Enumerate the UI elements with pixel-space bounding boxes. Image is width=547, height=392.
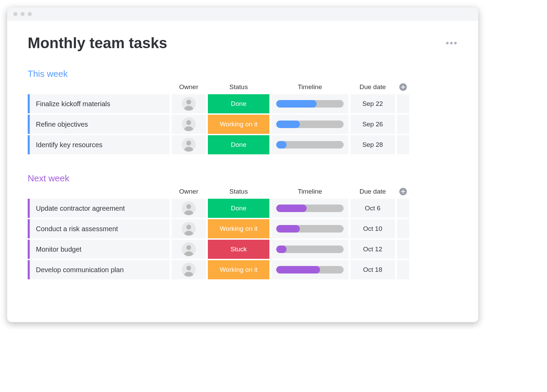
task-name: Identify key resources bbox=[36, 141, 103, 149]
avatar bbox=[182, 117, 196, 131]
owner-cell[interactable] bbox=[172, 115, 206, 134]
timeline-cell[interactable] bbox=[271, 199, 348, 218]
timeline-fill bbox=[276, 100, 317, 108]
due-date-cell[interactable]: Oct 10 bbox=[350, 219, 395, 238]
avatar bbox=[182, 242, 196, 256]
task-name-cell[interactable]: Monitor budget bbox=[28, 240, 170, 259]
extra-cell[interactable] bbox=[397, 219, 409, 238]
timeline-fill bbox=[276, 266, 320, 274]
owner-cell[interactable] bbox=[172, 240, 206, 259]
due-date-cell[interactable]: Sep 28 bbox=[350, 135, 395, 154]
more-options-button[interactable]: ••• bbox=[446, 38, 458, 48]
timeline-bar bbox=[276, 141, 344, 149]
extra-cell[interactable] bbox=[397, 115, 409, 134]
due-date: Sep 26 bbox=[362, 121, 383, 128]
add-column-button[interactable] bbox=[397, 81, 409, 93]
table-row[interactable]: Update contractor agreement Done Oct 6 bbox=[28, 199, 458, 218]
col-owner[interactable]: Owner bbox=[172, 81, 206, 93]
timeline-cell[interactable] bbox=[271, 240, 348, 259]
task-name-cell[interactable]: Conduct a risk assessment bbox=[28, 219, 170, 238]
task-name-cell[interactable]: Identify key resources bbox=[28, 135, 170, 154]
timeline-bar bbox=[276, 266, 344, 274]
group-section: This week Owner Status Timeline Due date… bbox=[28, 69, 458, 154]
due-date-cell[interactable]: Oct 6 bbox=[350, 199, 395, 218]
col-owner[interactable]: Owner bbox=[172, 186, 206, 197]
timeline-cell[interactable] bbox=[271, 260, 348, 279]
col-task bbox=[28, 186, 170, 197]
add-column-button[interactable] bbox=[397, 186, 409, 197]
board-content: Monthly team tasks ••• This week Owner S… bbox=[7, 21, 478, 322]
table-row[interactable]: Refine objectives Working on it Sep 26 bbox=[28, 115, 458, 134]
table-row[interactable]: Finalize kickoff materials Done Sep 22 bbox=[28, 94, 458, 113]
col-timeline[interactable]: Timeline bbox=[271, 81, 348, 93]
task-name-cell[interactable]: Finalize kickoff materials bbox=[28, 94, 170, 113]
window-dot[interactable] bbox=[21, 12, 25, 16]
status-label: Stuck bbox=[230, 246, 247, 253]
task-name: Develop communication plan bbox=[36, 266, 124, 274]
avatar bbox=[182, 222, 196, 236]
timeline-bar bbox=[276, 121, 344, 128]
status-label: Working on it bbox=[220, 225, 258, 233]
board-title: Monthly team tasks bbox=[28, 34, 167, 52]
status-cell[interactable]: Working on it bbox=[208, 115, 269, 134]
status-cell[interactable]: Stuck bbox=[208, 240, 269, 259]
window-dot[interactable] bbox=[28, 12, 32, 16]
svg-point-1 bbox=[186, 100, 191, 104]
col-due[interactable]: Due date bbox=[350, 186, 395, 197]
due-date-cell[interactable]: Sep 22 bbox=[350, 94, 395, 113]
owner-cell[interactable] bbox=[172, 135, 206, 154]
group-title[interactable]: This week bbox=[28, 69, 458, 79]
task-name: Refine objectives bbox=[36, 121, 88, 128]
columns-header: Owner Status Timeline Due date bbox=[28, 81, 458, 93]
extra-cell[interactable] bbox=[397, 240, 409, 259]
timeline-bar bbox=[276, 205, 344, 212]
avatar bbox=[182, 97, 196, 111]
status-cell[interactable]: Working on it bbox=[208, 260, 269, 279]
timeline-fill bbox=[276, 225, 300, 233]
col-due[interactable]: Due date bbox=[350, 81, 395, 93]
owner-cell[interactable] bbox=[172, 199, 206, 218]
avatar bbox=[182, 263, 196, 277]
col-timeline[interactable]: Timeline bbox=[271, 186, 348, 197]
window-dot[interactable] bbox=[13, 12, 17, 16]
due-date: Oct 6 bbox=[365, 205, 380, 212]
table-row[interactable]: Develop communication plan Working on it… bbox=[28, 260, 458, 279]
group-title[interactable]: Next week bbox=[28, 173, 458, 184]
due-date-cell[interactable]: Oct 18 bbox=[350, 260, 395, 279]
status-label: Working on it bbox=[220, 121, 258, 128]
timeline-cell[interactable] bbox=[271, 94, 348, 113]
status-cell[interactable]: Done bbox=[208, 199, 269, 218]
owner-cell[interactable] bbox=[172, 219, 206, 238]
avatar bbox=[182, 138, 196, 152]
owner-cell[interactable] bbox=[172, 260, 206, 279]
task-name-cell[interactable]: Update contractor agreement bbox=[28, 199, 170, 218]
due-date-cell[interactable]: Sep 26 bbox=[350, 115, 395, 134]
window-titlebar bbox=[7, 7, 478, 21]
svg-point-9 bbox=[186, 225, 191, 229]
extra-cell[interactable] bbox=[397, 260, 409, 279]
timeline-cell[interactable] bbox=[271, 135, 348, 154]
task-name-cell[interactable]: Refine objectives bbox=[28, 115, 170, 134]
extra-cell[interactable] bbox=[397, 199, 409, 218]
table-row[interactable]: Identify key resources Done Sep 28 bbox=[28, 135, 458, 154]
owner-cell[interactable] bbox=[172, 94, 206, 113]
due-date-cell[interactable]: Oct 12 bbox=[350, 240, 395, 259]
status-cell[interactable]: Working on it bbox=[208, 219, 269, 238]
svg-point-5 bbox=[186, 141, 191, 145]
task-name: Conduct a risk assessment bbox=[36, 225, 118, 233]
col-status[interactable]: Status bbox=[208, 81, 269, 93]
table-row[interactable]: Conduct a risk assessment Working on it … bbox=[28, 219, 458, 238]
status-cell[interactable]: Done bbox=[208, 94, 269, 113]
plus-icon bbox=[399, 188, 407, 195]
status-cell[interactable]: Done bbox=[208, 135, 269, 154]
table-row[interactable]: Monitor budget Stuck Oct 12 bbox=[28, 240, 458, 259]
extra-cell[interactable] bbox=[397, 94, 409, 113]
timeline-fill bbox=[276, 246, 286, 253]
task-name-cell[interactable]: Develop communication plan bbox=[28, 260, 170, 279]
timeline-fill bbox=[276, 121, 300, 128]
col-status[interactable]: Status bbox=[208, 186, 269, 197]
svg-point-7 bbox=[186, 204, 191, 209]
extra-cell[interactable] bbox=[397, 135, 409, 154]
timeline-cell[interactable] bbox=[271, 219, 348, 238]
timeline-cell[interactable] bbox=[271, 115, 348, 134]
